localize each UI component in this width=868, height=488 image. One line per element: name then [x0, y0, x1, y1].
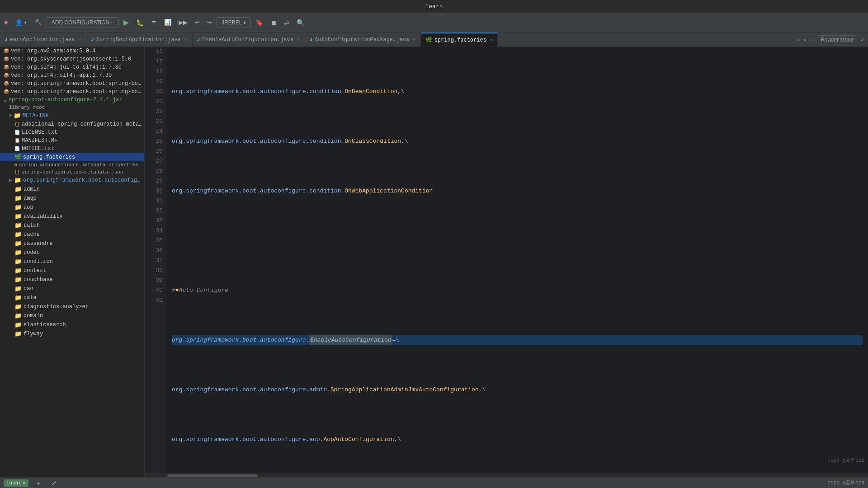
tab-autoconfig-close[interactable]: ×	[413, 37, 416, 42]
sidebar-data-label: data	[24, 295, 37, 301]
sidebar-item-couchbase[interactable]: 📁 couchbase	[0, 275, 144, 284]
expand-button[interactable]: ⤢	[48, 478, 59, 488]
run-button[interactable]: ▶	[121, 16, 132, 28]
sidebar-item-dao[interactable]: 📁 dao	[0, 284, 144, 293]
gem-icon: ♦	[4, 18, 9, 27]
sidebar-addspring-label: additional-spring-configuration-metadata…	[22, 121, 142, 127]
code-line-18: org.springframework.boot.autoconfigure.c…	[172, 186, 863, 196]
search-icon: 🔍	[297, 19, 304, 26]
sidebar-item-domain[interactable]: 📁 domain	[0, 311, 144, 320]
sidebar-item-data[interactable]: 📁 data	[0, 293, 144, 302]
tab-springfactories-close[interactable]: ×	[490, 38, 493, 43]
sidebar-item-admin[interactable]: 📁 admin	[0, 185, 144, 194]
scroll-tabs-right-icon[interactable]: ▸	[803, 36, 807, 43]
availability-folder-icon: 📁	[14, 213, 22, 220]
sidebar-item-batch[interactable]: 📁 batch	[0, 221, 144, 230]
sidebar-item-dep5[interactable]: 📦 ven: org.springframework.boot:spring-b…	[0, 80, 144, 88]
sidebar-notice-label: NOTICE.txt	[22, 145, 54, 152]
sidebar-item-dep1[interactable]: 📦 ven: org.ow2.asm:asm:5.0.4	[0, 47, 144, 55]
coverage-icon: ☂	[151, 19, 157, 26]
title-text: learn	[425, 3, 443, 10]
sidebar-item-flyway[interactable]: 📁 flyway	[0, 329, 144, 338]
profile-button[interactable]: 👤 ▼	[12, 17, 30, 28]
data-folder-icon: 📁	[14, 294, 22, 301]
watermark: CSDN @孟华328	[828, 457, 864, 464]
cache-folder-icon: 📁	[14, 231, 22, 238]
code-container[interactable]: 16 17 18 19 20 21 22 23 24 25 26 27 28 2…	[145, 47, 868, 474]
sidebar-item-dep3[interactable]: 📦 ven: org.slf4j:jul-to-slf4j:1.7.30	[0, 63, 144, 71]
sidebar-item-context[interactable]: 📁 context	[0, 266, 144, 275]
local-button[interactable]: Local ×	[4, 479, 28, 487]
sidebar-diaganalyzer-label: diagnostics.analyzer	[24, 304, 89, 310]
sidebar-item-metainf[interactable]: ▼ 📁 META-INF	[0, 111, 144, 120]
sidebar-flyway-label: flyway	[24, 331, 43, 337]
profiler-button[interactable]: 📊	[161, 17, 174, 28]
stop-button[interactable]: ⏹	[268, 17, 279, 28]
status-bar-right: CSDN @孟华328	[828, 479, 864, 486]
tab-springboot[interactable]: J SpringBootApplication.java ×	[86, 33, 192, 47]
sidebar-item-notice[interactable]: 📄 NOTICE.txt	[0, 145, 144, 153]
translate-button[interactable]: ⇄	[281, 17, 292, 28]
add-config-button[interactable]: ADD CONFIGURATION···	[47, 17, 119, 28]
local-close-icon[interactable]: ×	[23, 480, 26, 486]
sidebar-item-dep4[interactable]: 📦 ven: org.slf4j:slf4j-api:1.7.30	[0, 71, 144, 80]
scroll-tabs-left-icon[interactable]: ◂	[796, 36, 800, 43]
sidebar-item-availability[interactable]: 📁 availability	[0, 212, 144, 221]
sidebar-item-springauto[interactable]: ⚙ spring-autoconfigure-metadata.properti…	[0, 161, 144, 169]
tab-earn[interactable]: J earnApplication.java ×	[0, 33, 86, 47]
sidebar-springfac-label: spring.factories	[23, 154, 75, 160]
sidebar-item-springfac[interactable]: 🌿 spring.factories	[0, 153, 144, 161]
code-content[interactable]: org.springframework.boot.autoconfigure.c…	[166, 47, 868, 474]
bookmark-button[interactable]: 🔖	[253, 17, 266, 28]
sidebar-item-elasticsearch[interactable]: 📁 elasticsearch	[0, 320, 144, 329]
sidebar-item-cassandra[interactable]: 📁 cassandra	[0, 239, 144, 248]
sidebar-item-condition[interactable]: 📁 condition	[0, 257, 144, 266]
tab-springfactories[interactable]: 🌿 spring.factories ×	[421, 33, 498, 47]
tab-enable[interactable]: J EnableAutoConfiguration.java ×	[193, 33, 305, 47]
dep-icon: 📦	[4, 56, 9, 62]
step-over-button[interactable]: ↩	[192, 17, 203, 28]
tab-earn-close[interactable]: ×	[79, 37, 82, 42]
props-icon: ⚙	[14, 162, 17, 168]
scrollbar-horizontal[interactable]	[145, 474, 868, 477]
sidebar-item-license[interactable]: 📄 LICENSE.txt	[0, 128, 144, 136]
sidebar-item-dep6[interactable]: 📦 ven: org.springframework.boot:spring-b…	[0, 88, 144, 96]
tab-springboot-close[interactable]: ×	[184, 37, 188, 42]
sidebar-cassandra-label: cassandra	[24, 240, 53, 247]
build-button[interactable]: 🔨	[32, 17, 45, 28]
code-line-19	[172, 236, 863, 246]
json-icon: {}	[14, 122, 20, 127]
sidebar-item-jar[interactable]: ☕ spring-boot-autoconfigure-2.4.1.jar	[0, 96, 144, 104]
springconfig-icon: {}	[14, 170, 20, 175]
sidebar-item-diaganalyzer[interactable]: 📁 diagnostics.analyzer	[0, 302, 144, 311]
aop-folder-icon: 📁	[14, 204, 22, 211]
sidebar-item-manifest[interactable]: 📋 MANIFEST.MF	[0, 136, 144, 145]
bookmark-icon: 🔖	[255, 19, 263, 26]
coverage-button[interactable]: ☂	[148, 17, 160, 28]
search-button[interactable]: 🔍	[294, 17, 307, 28]
folder-icon: 📁	[14, 112, 21, 119]
debug-button[interactable]: 🐛	[133, 17, 146, 28]
codec-folder-icon: 📁	[14, 249, 22, 256]
add-tab-button[interactable]: +	[34, 478, 43, 488]
sidebar-item-codec[interactable]: 📁 codec	[0, 248, 144, 257]
reader-mode-button[interactable]: Reader Mode	[818, 35, 857, 44]
tabs-menu-icon[interactable]: ≡	[811, 36, 814, 43]
flyway-folder-icon: 📁	[14, 330, 22, 338]
tab-enable-icon: J	[197, 37, 200, 42]
tab-enable-close[interactable]: ×	[297, 37, 300, 42]
hammer-icon: 🔨	[35, 19, 42, 26]
step-into-button[interactable]: ↪	[204, 17, 215, 28]
sidebar-item-amqp[interactable]: 📁 amqp	[0, 194, 144, 203]
sidebar-item-orgspring[interactable]: ▶ 📁 org.springframework.boot.autoconfigu…	[0, 176, 144, 185]
sidebar-item-springconfig[interactable]: {} spring-configuration-metadata.json	[0, 169, 144, 176]
tab-autoconfig-icon: J	[310, 37, 313, 42]
jar-icon: ☕	[4, 97, 7, 103]
sidebar-item-addspring[interactable]: {} additional-spring-configuration-metad…	[0, 120, 144, 128]
sidebar-item-aop[interactable]: 📁 aop	[0, 203, 144, 212]
sidebar-item-dep2[interactable]: 📦 ven: org.skyscreamer:jsonassert:1.5.0	[0, 55, 144, 63]
more-run-button[interactable]: ▶▶	[176, 17, 190, 28]
tab-autoconfig[interactable]: J AutoConfigurationPackage.java ×	[305, 33, 421, 47]
sidebar-item-cache[interactable]: 📁 cache	[0, 230, 144, 239]
jrebel-button[interactable]: JREBEL ▾	[217, 17, 251, 28]
